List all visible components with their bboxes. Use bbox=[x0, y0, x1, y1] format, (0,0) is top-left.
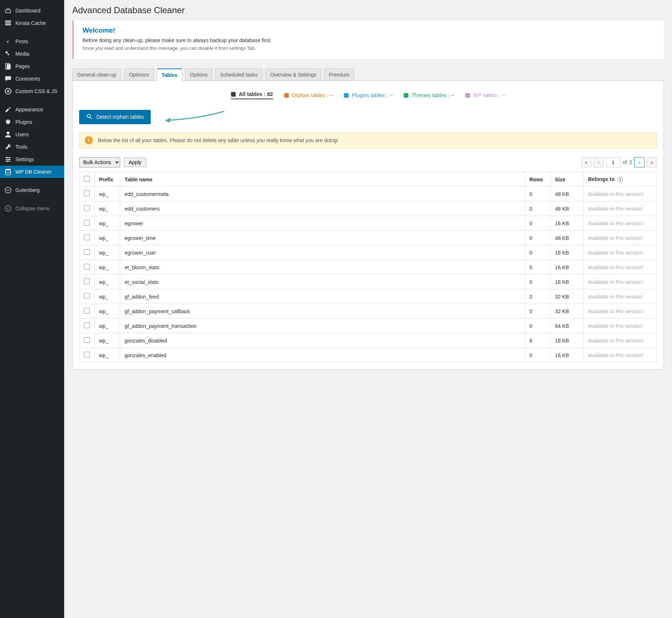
row-checkbox[interactable] bbox=[84, 322, 90, 328]
notice-text: Below the list of all your tables. Pleas… bbox=[98, 137, 338, 143]
collapse-menu[interactable]: Collapse menu bbox=[0, 202, 64, 215]
sidebar-item-label: Settings bbox=[15, 156, 34, 162]
pager-page-input[interactable] bbox=[606, 157, 621, 167]
cell-prefix: wp_ bbox=[95, 231, 120, 245]
cell-rows: 0 bbox=[525, 319, 551, 333]
header-name[interactable]: Table name bbox=[120, 172, 525, 187]
cell-size: 16 KB bbox=[551, 245, 584, 260]
cell-rows: 0 bbox=[525, 231, 551, 245]
cell-belongs: Available in Pro version! bbox=[584, 275, 657, 289]
info-icon[interactable]: i bbox=[617, 177, 623, 182]
cell-rows: 0 bbox=[525, 201, 551, 216]
pager-total: 2 bbox=[629, 159, 632, 165]
filter-wp[interactable]: WP tables : -- bbox=[465, 92, 505, 98]
filter-all[interactable]: All tables : 82 bbox=[231, 91, 273, 99]
tab-scheduled-tasks[interactable]: Scheduled tasks bbox=[215, 69, 262, 81]
table-row: wp_ gonzales_disabled 8 16 KB Available … bbox=[80, 333, 657, 348]
search-icon bbox=[86, 113, 93, 121]
select-all-checkbox[interactable] bbox=[84, 176, 90, 182]
detect-row: Detect orphan tables bbox=[79, 110, 657, 124]
filter-plugins[interactable]: Plugins tables : -- bbox=[344, 92, 393, 98]
cell-belongs: Available in Pro version! bbox=[584, 289, 657, 304]
row-checkbox[interactable] bbox=[84, 205, 90, 211]
pager-last-button[interactable]: » bbox=[647, 157, 657, 167]
row-checkbox[interactable] bbox=[84, 278, 90, 284]
cell-prefix: wp_ bbox=[95, 275, 120, 289]
header-size[interactable]: Size bbox=[551, 172, 584, 187]
header-belongs[interactable]: Belongs to i bbox=[584, 172, 657, 187]
bulk-actions: Bulk Actions Apply bbox=[79, 157, 146, 167]
cell-table-name: egrower_time bbox=[120, 231, 525, 245]
cell-table-name: gf_addon_payment_callback bbox=[120, 304, 525, 319]
sidebar-item-label: WP DB Cleaner bbox=[15, 169, 52, 175]
tab-overview-settings[interactable]: Overview & Settings bbox=[265, 69, 321, 81]
table-row: wp_ edd_customers 0 48 KB Available in P… bbox=[80, 201, 657, 216]
tab-optimize[interactable]: Optimize bbox=[124, 69, 154, 81]
cell-prefix: wp_ bbox=[95, 333, 120, 348]
cell-table-name: gonzales_disabled bbox=[120, 333, 525, 348]
tab-content: All tables : 82 Orphan tables : -- Plugi… bbox=[72, 81, 664, 370]
cell-size: 48 KB bbox=[551, 187, 584, 201]
row-checkbox[interactable] bbox=[84, 352, 90, 358]
filter-orphan-label: Orphan tables : -- bbox=[292, 92, 333, 98]
tabs-nav: General clean-upOptimizeTablesOptionsSch… bbox=[72, 69, 664, 81]
cell-table-name: egrower_user bbox=[120, 245, 525, 260]
welcome-card: Welcome! Before doing any clean-up, plea… bbox=[72, 21, 664, 59]
pager-next-button[interactable]: › bbox=[634, 157, 645, 167]
square-icon bbox=[344, 93, 349, 98]
table-row: wp_ et_bloom_stats 5 16 KB Available in … bbox=[80, 260, 657, 275]
table-row: wp_ gonzales_enabled 0 16 KB Available i… bbox=[80, 348, 657, 363]
pagination: « ‹ of 2 › » bbox=[581, 157, 657, 167]
apply-button[interactable]: Apply bbox=[124, 158, 146, 167]
filter-plugins-label: Plugins tables : -- bbox=[352, 92, 393, 98]
row-checkbox[interactable] bbox=[84, 293, 90, 299]
cell-size: 48 KB bbox=[551, 201, 584, 216]
collapse-label: Collapse menu bbox=[15, 206, 49, 211]
sidebar-item-label: Pages bbox=[15, 63, 30, 69]
filter-orphan[interactable]: Orphan tables : -- bbox=[284, 92, 333, 98]
sidebar-item-wp-db-cleaner[interactable]: WP DB Cleaner bbox=[0, 166, 64, 178]
cell-table-name: et_social_stats bbox=[120, 275, 525, 289]
sidebar-item-label: Media bbox=[15, 51, 29, 57]
cell-size: 64 KB bbox=[551, 319, 584, 333]
filter-all-label: All tables : 82 bbox=[239, 91, 273, 97]
tab-tables[interactable]: Tables bbox=[157, 69, 182, 81]
cell-size: 16 KB bbox=[551, 216, 584, 231]
detect-orphan-tables-button[interactable]: Detect orphan tables bbox=[79, 110, 151, 124]
sidebar-item-label: Gutenberg bbox=[15, 187, 40, 193]
cell-size: 32 KB bbox=[551, 289, 584, 304]
cell-belongs: Available in Pro version! bbox=[584, 187, 657, 201]
table-row: wp_ egrower_user 0 16 KB Available in Pr… bbox=[80, 245, 657, 260]
tab-premium[interactable]: Premium bbox=[324, 69, 354, 81]
row-checkbox[interactable] bbox=[84, 264, 90, 270]
cell-prefix: wp_ bbox=[95, 319, 120, 333]
row-checkbox[interactable] bbox=[84, 249, 90, 255]
sidebar-item-label: Users bbox=[15, 132, 29, 137]
pager-first-button[interactable]: « bbox=[581, 157, 591, 167]
header-prefix[interactable]: Prefix bbox=[95, 172, 120, 187]
pager-prev-button[interactable]: ‹ bbox=[594, 157, 604, 167]
row-checkbox[interactable] bbox=[84, 190, 90, 196]
table-row: wp_ gf_addon_payment_callback 0 32 KB Av… bbox=[80, 304, 657, 319]
controls-row: Bulk Actions Apply « ‹ of 2 › » bbox=[79, 157, 657, 167]
table-row: wp_ egrower 0 16 KB Available in Pro ver… bbox=[80, 216, 657, 231]
row-checkbox[interactable] bbox=[84, 308, 90, 314]
welcome-subtext: Once you read and understand this messag… bbox=[82, 45, 655, 51]
tab-general-clean-up[interactable]: General clean-up bbox=[72, 69, 121, 81]
tab-options[interactable]: Options bbox=[185, 69, 212, 81]
row-checkbox[interactable] bbox=[84, 220, 90, 226]
row-checkbox[interactable] bbox=[84, 234, 90, 240]
detect-button-label: Detect orphan tables bbox=[96, 114, 144, 120]
cell-belongs: Available in Pro version! bbox=[584, 201, 657, 216]
filter-themes-label: Themes tables : -- bbox=[411, 92, 454, 98]
square-icon bbox=[404, 93, 408, 98]
bulk-actions-select[interactable]: Bulk Actions bbox=[79, 157, 120, 167]
row-checkbox[interactable] bbox=[84, 337, 90, 343]
cell-belongs: Available in Pro version! bbox=[584, 333, 657, 348]
header-rows[interactable]: Rows bbox=[525, 172, 551, 187]
header-checkbox bbox=[80, 172, 95, 187]
table-row: wp_ egrower_time 0 48 KB Available in Pr… bbox=[80, 231, 657, 245]
filter-themes[interactable]: Themes tables : -- bbox=[404, 92, 454, 98]
cell-size: 16 KB bbox=[551, 275, 584, 289]
welcome-text: Before doing any clean-up, please make s… bbox=[82, 37, 655, 43]
